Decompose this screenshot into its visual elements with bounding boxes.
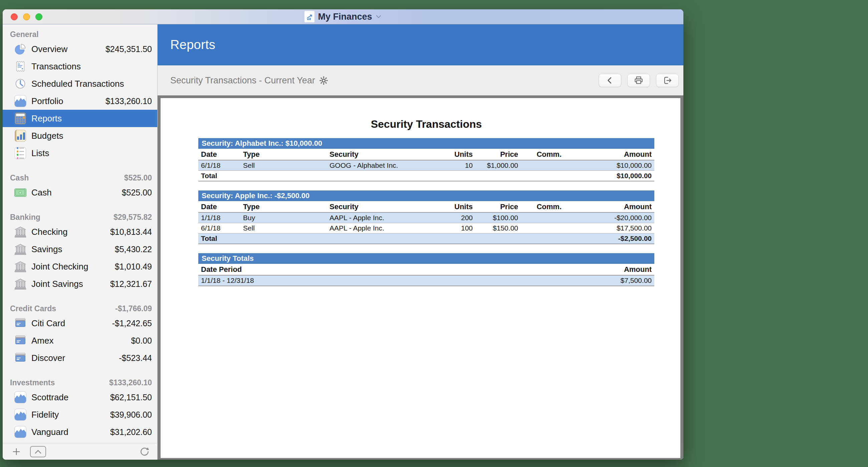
sidebar-item-budgets[interactable]: Budgets [3, 127, 157, 144]
table-cell: 1/1/18 - 12/31/18 [198, 275, 564, 286]
sidebar-item-cash[interactable]: Cash$525.00 [3, 184, 157, 201]
total-amount-cell: -$2,500.00 [564, 234, 654, 244]
sidebar-item-amount: -$1,242.65 [112, 319, 152, 328]
export-button[interactable] [656, 74, 679, 87]
panel-collapse-button[interactable] [30, 446, 46, 457]
report-viewport: Security Transactions Security: Alphabet… [158, 95, 683, 460]
column-header: Security [327, 201, 439, 212]
total-label-cell: Total [198, 171, 564, 181]
sidebar-section-label: General [10, 30, 39, 39]
table-row: 1/1/18 - 12/31/18$7,500.00 [198, 275, 654, 286]
page-header: Reports [158, 24, 683, 65]
gear-icon[interactable] [319, 76, 328, 85]
sidebar-section-label: Credit Cards [10, 304, 56, 313]
sidebar-item-amount: $0.00 [131, 336, 152, 345]
table-cell [521, 212, 564, 223]
sidebar-item-discover[interactable]: Discover-$523.44 [3, 349, 157, 367]
report-table: Security: Apple Inc.: -$2,500.00DateType… [198, 191, 654, 244]
column-header: Type [240, 201, 327, 212]
sidebar-item-label: Amex [31, 336, 54, 346]
sidebar-item-overview[interactable]: Overview$245,351.50 [3, 40, 157, 58]
document-chart-icon [305, 11, 314, 22]
table-section-header: Security: Apple Inc.: -$2,500.00 [198, 191, 654, 201]
credit-card-icon [14, 352, 26, 364]
print-button[interactable] [627, 74, 650, 87]
sidebar-item-portfolio[interactable]: Portfolio$133,260.10 [3, 92, 157, 110]
table-cell: GOOG - Alphabet Inc. [327, 160, 439, 171]
sidebar-section-amount: -$1,766.09 [115, 304, 152, 313]
table-cell: $10,000.00 [564, 160, 654, 171]
sidebar-item-label: Lists [31, 148, 49, 159]
sidebar-section-label: Cash [10, 173, 29, 182]
sidebar-item-label: Joint Savings [31, 279, 83, 289]
sidebar-item-label: Discover [31, 353, 65, 363]
app-window: My Finances GeneralOverview$245,351.50Tr… [3, 9, 683, 460]
sidebar-item-label: Scheduled Transactions [31, 79, 124, 89]
sidebar-item-label: Cash [31, 188, 52, 198]
sidebar-item-fidelity[interactable]: Fidelity$39,906.00 [3, 406, 157, 423]
cash-icon [14, 187, 26, 199]
report-data-table: Date PeriodAmount1/1/18 - 12/31/18$7,500… [198, 264, 654, 286]
sidebar-section-header-cash: Cash$525.00 [3, 172, 157, 184]
table-section-header: Security: Alphabet Inc.: $10,000.00 [198, 138, 654, 149]
sidebar-item-label: Savings [31, 244, 62, 255]
table-cell [521, 223, 564, 234]
sidebar-section-label: Banking [10, 213, 40, 222]
refresh-button[interactable] [139, 446, 150, 457]
table-row: 6/1/18SellGOOG - Alphabet Inc.10$1,000.0… [198, 160, 654, 171]
column-header: Amount [564, 264, 654, 275]
sidebar-item-label: Portfolio [31, 96, 63, 106]
sidebar-item-reports[interactable]: Reports [3, 110, 157, 127]
table-section-header: Security Totals [198, 253, 654, 264]
column-header: Comm. [521, 201, 564, 212]
column-header: Date [198, 201, 240, 212]
table-header-row: Date PeriodAmount [198, 264, 654, 275]
sidebar-item-savings[interactable]: Savings$5,430.22 [3, 240, 157, 258]
sidebar-item-transactions[interactable]: Transactions [3, 58, 157, 75]
table-cell: 200 [439, 212, 475, 223]
sidebar-item-scottrade[interactable]: Scottrade$62,151.50 [3, 389, 157, 406]
table-cell: $7,500.00 [564, 275, 654, 286]
sidebar-item-amount: $12,321.67 [110, 279, 152, 289]
add-account-button[interactable] [11, 447, 21, 457]
sidebar-item-label: Overview [31, 44, 67, 54]
sidebar-section-header-banking: Banking$29,575.82 [3, 211, 157, 223]
column-header: Units [439, 149, 475, 160]
table-cell: 100 [439, 223, 475, 234]
sidebar-bottom-toolbar [3, 443, 157, 460]
report-title: Security Transactions [198, 118, 654, 130]
sidebar-item-lists[interactable]: Lists [3, 144, 157, 162]
column-header: Amount [564, 201, 654, 212]
table-cell: 1/1/18 [198, 212, 240, 223]
table-cell: $17,500.00 [564, 223, 654, 234]
sidebar-item-label: Budgets [31, 131, 63, 141]
receipt-icon [14, 60, 26, 73]
sidebar-item-amount: $39,906.00 [110, 410, 152, 420]
sidebar-item-joint-checking[interactable]: Joint Checking$1,010.49 [3, 258, 157, 275]
credit-card-icon [14, 335, 26, 347]
chevron-up-icon [34, 449, 42, 454]
total-label-cell: Total [198, 234, 564, 244]
sidebar-item-amount: $31,202.60 [110, 427, 152, 437]
sidebar-item-scheduled-transactions[interactable]: Scheduled Transactions [3, 75, 157, 92]
clock-icon [14, 78, 26, 90]
chevron-down-icon[interactable] [376, 15, 381, 19]
sidebar-account-list: GeneralOverview$245,351.50TransactionsSc… [3, 24, 157, 443]
sidebar-section-amount: $525.00 [124, 173, 152, 182]
back-button[interactable] [598, 74, 621, 87]
printer-icon [633, 75, 644, 86]
sidebar-item-amount: $5,430.22 [115, 244, 152, 254]
sidebar-item-amex[interactable]: Amex$0.00 [3, 332, 157, 349]
sidebar-item-amount: $62,151.50 [110, 393, 152, 402]
sidebar-item-vanguard[interactable]: Vanguard$31,202.60 [3, 423, 157, 441]
sidebar-item-citi-card[interactable]: Citi Card-$1,242.65 [3, 314, 157, 332]
column-header: Date Period [198, 264, 564, 275]
table-total-row: Total$10,000.00 [198, 171, 654, 181]
title-group: My Finances [3, 9, 683, 24]
sidebar-item-joint-savings[interactable]: Joint Savings$12,321.67 [3, 275, 157, 293]
sidebar-item-checking[interactable]: Checking$10,813.44 [3, 223, 157, 240]
window-title: My Finances [318, 12, 372, 22]
column-header: Amount [564, 149, 654, 160]
table-cell: Sell [240, 160, 327, 171]
bar-chart-icon [14, 130, 26, 142]
